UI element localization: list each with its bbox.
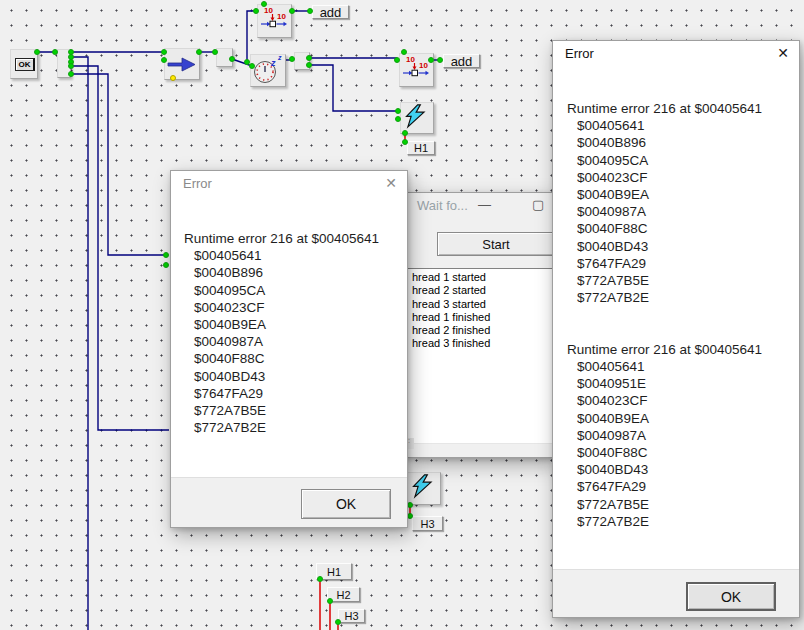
ok-button[interactable]: OK	[686, 582, 776, 611]
math-value-side: 10	[277, 13, 286, 21]
stack-address: $004095CA	[194, 282, 379, 299]
wait-window-titlebar[interactable]: Wait fo... — ▢	[405, 193, 555, 219]
lightning-icon	[401, 103, 433, 133]
stack-address: $0040987A	[577, 427, 762, 444]
port-dot[interactable]	[401, 49, 407, 55]
stack-address: $0040B9EA	[577, 186, 762, 203]
port-dot[interactable]	[335, 619, 341, 625]
stack-address-list: $00405641$0040B896$004095CA$004023CF$004…	[577, 117, 762, 306]
stack-address: $0040B9EA	[577, 410, 762, 427]
stack-address: $7647FA29	[577, 478, 762, 495]
timer-module[interactable]: z z	[250, 54, 286, 87]
port-dot[interactable]	[212, 49, 218, 55]
mini-ok-button: OK	[15, 58, 35, 71]
close-icon[interactable]: ✕	[385, 175, 397, 191]
error-message: Runtime error 216 at $00405641	[567, 341, 762, 358]
add-label[interactable]: add	[443, 54, 480, 68]
log-line: hread 2 finished	[412, 324, 554, 337]
run-arrow-module[interactable]	[164, 48, 200, 80]
stack-address: $0040F88C	[194, 350, 379, 367]
log-line: hread 1 finished	[412, 311, 554, 324]
port-dot[interactable]	[161, 49, 167, 55]
math-value-top: 10	[406, 56, 415, 64]
thread-label[interactable]: H1	[407, 141, 435, 155]
stack-address: $7647FA29	[577, 255, 762, 272]
port-dot[interactable]	[394, 57, 400, 63]
maximize-button[interactable]: ▢	[532, 197, 544, 212]
port-dot[interactable]	[395, 116, 401, 122]
stack-address: $004095CA	[577, 152, 762, 169]
port-dot[interactable]	[402, 130, 408, 136]
port-dot[interactable]	[428, 57, 434, 63]
stack-address: $0040F88C	[577, 220, 762, 237]
lightning-icon	[408, 473, 440, 504]
port-dot[interactable]	[289, 56, 295, 62]
stack-address: $0040F88C	[577, 444, 762, 461]
port-dot[interactable]	[437, 57, 443, 63]
port-dot[interactable]	[306, 55, 312, 61]
stack-address: $0040987A	[194, 333, 379, 350]
window-title: Error	[183, 176, 212, 191]
math-add-module[interactable]: 10 10	[257, 4, 292, 38]
error-message: Runtime error 216 at $00405641	[184, 230, 379, 247]
wait-window: Wait fo... — ▢ Start hread 1 startedhrea…	[404, 192, 556, 458]
stack-address: $772A7B2E	[194, 419, 379, 436]
diagram-canvas: OK 10 10 add z z 10 10	[0, 0, 804, 630]
port-dot[interactable]	[306, 62, 312, 68]
port-dot[interactable]	[229, 56, 235, 62]
port-dot[interactable]	[196, 49, 202, 55]
log-line: hread 1 started	[412, 271, 554, 284]
stack-address-list: $00405641$0040B896$004095CA$004023CF$004…	[194, 247, 379, 436]
port-dot[interactable]	[402, 139, 408, 145]
ok-button[interactable]: OK	[301, 489, 391, 519]
port-dot[interactable]	[68, 63, 74, 69]
wire[interactable]	[71, 74, 165, 255]
log-line: hread 3 finished	[412, 337, 554, 350]
port-dot[interactable]	[68, 71, 74, 77]
error-dialog-right-titlebar[interactable]: Error ✕	[553, 41, 799, 67]
port-dot[interactable]	[34, 49, 40, 55]
port-dot[interactable]	[253, 8, 259, 14]
thread-label[interactable]: H3	[412, 516, 443, 531]
stack-address: $00405641	[577, 117, 762, 134]
stack-address: $004023CF	[577, 392, 762, 409]
port-dot[interactable]	[289, 8, 295, 14]
stack-address: $0040951E	[577, 375, 762, 392]
stack-address: $0040BD43	[577, 238, 762, 255]
port-dot[interactable]	[395, 108, 401, 114]
thread-module[interactable]	[407, 472, 441, 505]
thread-label[interactable]: H3	[338, 609, 365, 623]
wire[interactable]	[309, 65, 398, 111]
port-dot[interactable]	[261, 1, 267, 7]
window-title: Error	[565, 46, 594, 61]
window-title: Wait fo...	[417, 198, 468, 213]
port-dot[interactable]	[161, 57, 167, 63]
error-dialog-mid: Error ✕ Runtime error 216 at $00405641 $…	[170, 170, 408, 528]
sleep-z-glyph: z	[278, 54, 282, 61]
error-dialog-mid-titlebar[interactable]: Error ✕	[171, 171, 407, 197]
close-icon[interactable]: ✕	[777, 45, 789, 61]
stack-address: $0040B896	[577, 134, 762, 151]
port-dot[interactable]	[163, 262, 169, 268]
add-label[interactable]: add	[312, 5, 349, 19]
minimize-button[interactable]: —	[478, 197, 491, 212]
port-dot[interactable]	[307, 8, 313, 14]
error-message: Runtime error 216 at $00405641	[567, 100, 762, 117]
port-dot[interactable]	[327, 598, 333, 604]
port-dot[interactable]	[249, 63, 255, 69]
math-value-side: 10	[419, 62, 428, 70]
event-dot-yellow[interactable]	[170, 75, 176, 81]
port-dot[interactable]	[163, 252, 169, 258]
wire[interactable]	[71, 57, 88, 630]
math-icon	[258, 5, 291, 37]
stack-address: $772A7B2E	[577, 289, 762, 306]
stack-address: $0040BD43	[194, 368, 379, 385]
port-dot[interactable]	[52, 49, 58, 55]
start-button[interactable]: Start	[437, 232, 555, 256]
stack-address: $0040B896	[194, 264, 379, 281]
stack-address: $00405641	[194, 247, 379, 264]
port-dot[interactable]	[317, 576, 323, 582]
stack-address: $7647FA29	[194, 385, 379, 402]
thread-log-list[interactable]: hread 1 startedhread 2 startedhread 3 st…	[406, 268, 555, 444]
wire[interactable]	[71, 66, 169, 430]
